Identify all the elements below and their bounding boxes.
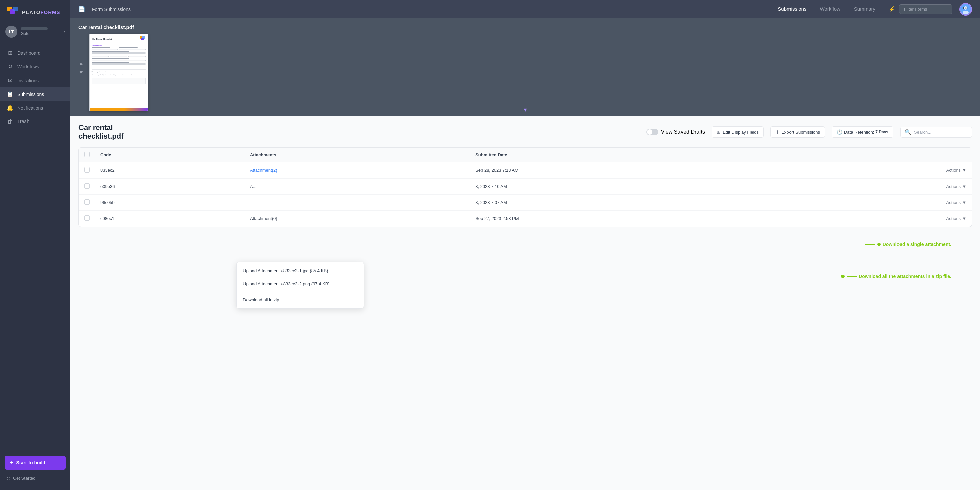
sidebar-bottom: + Start to build ◎ Get Started <box>0 448 70 490</box>
callout-line <box>865 244 875 245</box>
sidebar-item-label: Dashboard <box>18 50 41 56</box>
download-all-zip-item[interactable]: Download all in zip <box>237 293 364 306</box>
row-checkbox-cell <box>79 179 95 195</box>
sidebar-item-submissions[interactable]: 📋 Submissions <box>0 87 70 101</box>
edit-fields-icon: ⊞ <box>717 129 721 134</box>
tab-workflow[interactable]: Workflow <box>813 0 847 18</box>
attachments-cell: A... <box>245 179 470 195</box>
actions-button[interactable]: Actions ▼ <box>946 200 966 205</box>
actions-cell: Actions ▼ <box>790 163 972 179</box>
sidebar: PLATOFORMS LT Gold › ⊞ Dashboard ↻ Workf… <box>0 0 70 490</box>
avatar: LT <box>5 26 18 38</box>
sidebar-item-label: Workflows <box>18 64 39 69</box>
header-tabs: Submissions Workflow Summary <box>771 0 882 18</box>
submissions-area: Car rental checklist.pdf View Saved Draf… <box>70 117 980 490</box>
data-retention-button[interactable]: 🕐 Data Retention: 7 Days <box>832 126 894 137</box>
submissions-icon: 📋 <box>7 91 13 97</box>
sidebar-item-dashboard[interactable]: ⊞ Dashboard <box>0 46 70 60</box>
row-checkbox[interactable] <box>84 167 89 172</box>
retention-icon: 🕐 <box>837 129 843 134</box>
pdf-next-button[interactable]: ▼ <box>78 69 84 75</box>
chevron-right-icon: › <box>64 29 65 34</box>
tab-submissions[interactable]: Submissions <box>771 0 813 18</box>
pdf-title: Car rental checklist.pdf <box>78 24 134 30</box>
invitations-icon: ✉ <box>7 77 13 83</box>
user-avatar-button[interactable] <box>959 3 972 16</box>
view-saved-drafts-toggle[interactable]: View Saved Drafts <box>646 129 705 135</box>
row-checkbox[interactable] <box>84 200 89 205</box>
pdf-logo-mini <box>140 36 145 41</box>
data-retention-text-label: Data Retention: <box>844 129 874 134</box>
table-row: 96c05b 8, 2023 7:07 AM Actions ▼ <box>79 195 972 211</box>
trash-icon: 🗑 <box>7 118 13 124</box>
sidebar-item-notifications[interactable]: 🔔 Notifications <box>0 101 70 115</box>
row-checkbox[interactable] <box>84 215 89 221</box>
actions-button[interactable]: Actions ▼ <box>946 184 966 189</box>
attachment-dropdown: Upload Attachments-833ec2-1.jpg (85.4 KB… <box>237 262 364 309</box>
callout-download-single: Download a single attachment. <box>865 242 951 247</box>
chevron-down-icon: ▼ <box>962 200 966 205</box>
view-saved-drafts-switch[interactable] <box>646 129 659 135</box>
edit-display-fields-label: Edit Display Fields <box>723 129 759 134</box>
callout-line-all <box>846 276 857 276</box>
form-name: Car rental checklist.pdf <box>78 123 123 140</box>
sidebar-item-trash[interactable]: 🗑 Trash <box>0 115 70 128</box>
actions-button[interactable]: Actions ▼ <box>946 168 966 173</box>
edit-display-fields-button[interactable]: ⊞ Edit Display Fields <box>712 126 764 137</box>
header-title: Form Submissions <box>92 7 764 12</box>
filter-forms-input[interactable] <box>899 4 953 14</box>
pdf-page-indicator: ▼ <box>523 107 528 113</box>
form-icon: 📄 <box>78 6 85 13</box>
sidebar-item-invitations[interactable]: ✉ Invitations <box>0 73 70 87</box>
export-submissions-label: Export Submissions <box>781 129 820 134</box>
callout-dot <box>877 243 881 246</box>
get-started-link[interactable]: ◎ Get Started <box>0 473 70 483</box>
user-plan: Gold <box>21 31 60 36</box>
select-all-checkbox[interactable] <box>84 152 89 157</box>
search-input[interactable] <box>914 129 967 134</box>
main-content: 📄 Form Submissions Submissions Workflow … <box>70 0 980 490</box>
callout-download-all: Download all the attachments in a zip fi… <box>841 273 951 279</box>
callout-dot-all <box>841 275 845 278</box>
pdf-thumbnail-title: Car Rental Checklist <box>92 38 112 40</box>
start-to-build-button[interactable]: + Start to build <box>5 456 66 469</box>
pdf-thumbnail-header: Car Rental Checklist <box>89 34 148 43</box>
sidebar-item-label: Trash <box>18 119 29 124</box>
export-submissions-button[interactable]: ⬆ Export Submissions <box>770 126 825 137</box>
actions-cell: Actions ▼ <box>790 195 972 211</box>
code-cell: 833ec2 <box>95 163 245 179</box>
logo: PLATOFORMS <box>0 0 70 21</box>
dashboard-icon: ⊞ <box>7 49 13 56</box>
pdf-prev-button[interactable]: ▲ <box>78 61 84 67</box>
attachments-cell[interactable]: Attachment(2) <box>245 163 470 179</box>
code-cell: e09e36 <box>95 179 245 195</box>
user-info: Gold <box>21 27 60 36</box>
chevron-down-icon: ▼ <box>962 168 966 173</box>
user-menu[interactable]: LT Gold › <box>0 21 70 42</box>
pdf-bottom-bar <box>89 108 148 111</box>
filter-icon-button[interactable]: ⚡ <box>889 6 896 13</box>
row-checkbox-cell <box>79 211 95 227</box>
attachment-file-2-item[interactable]: Upload Attachments-833ec2-2.png (97.4 KB… <box>237 277 364 290</box>
table-row: e09e36 A... 8, 2023 7:10 AM Actions ▼ <box>79 179 972 195</box>
attachment-file-1-item[interactable]: Upload Attachments-833ec2-1.jpg (85.4 KB… <box>237 264 364 277</box>
actions-button[interactable]: Actions ▼ <box>946 216 966 221</box>
dropdown-divider <box>237 292 364 292</box>
pdf-section-label: Renter's section <box>92 45 146 46</box>
code-cell: c08ec1 <box>95 211 245 227</box>
filter-area: ⚡ <box>889 4 953 14</box>
sidebar-item-workflows[interactable]: ↻ Workflows <box>0 60 70 73</box>
search-box: 🔍 <box>900 126 972 137</box>
row-checkbox-cell <box>79 163 95 179</box>
table-header: Code Attachments Submitted Date <box>79 148 972 163</box>
submitted-date-cell: Sep 28, 2023 7:18 AM <box>470 163 790 179</box>
actions-cell: Actions ▼ <box>790 179 972 195</box>
data-retention-days: 7 Days <box>875 129 888 134</box>
sidebar-item-label: Invitations <box>18 78 38 83</box>
attachments-cell: Attachment(0) <box>245 211 470 227</box>
chevron-down-icon: ▼ <box>962 184 966 189</box>
tab-summary[interactable]: Summary <box>847 0 882 18</box>
export-icon: ⬆ <box>775 129 780 134</box>
row-checkbox[interactable] <box>84 183 89 188</box>
circle-icon: ◎ <box>7 476 10 480</box>
